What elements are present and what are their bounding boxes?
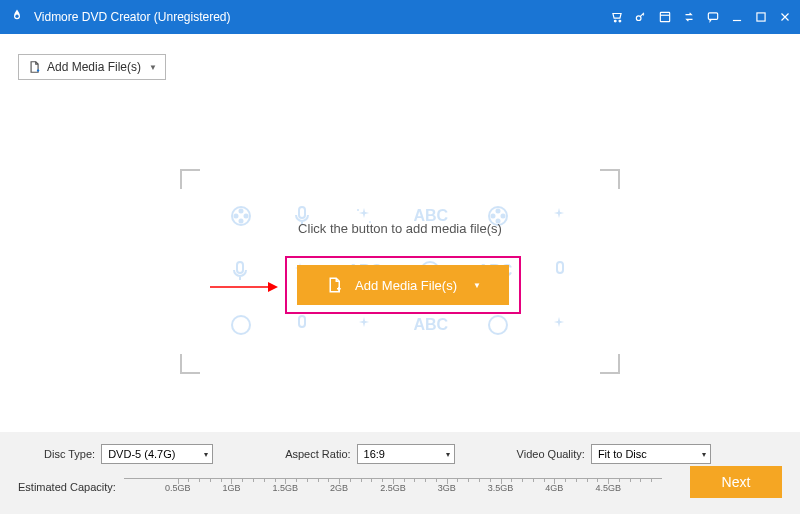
document-plus-icon [27, 60, 41, 74]
disc-type-label: Disc Type: [44, 448, 95, 460]
svg-rect-6 [757, 13, 765, 21]
bottom-bar: Disc Type: DVD-5 (4.7G) Aspect Ratio: 16… [0, 432, 800, 514]
capacity-row: Estimated Capacity: 0.5GB1GB1.5GB2GB2.5G… [18, 478, 782, 496]
aspect-ratio-select[interactable]: 16:9 [357, 444, 455, 464]
ruler-tick-label: 3.5GB [488, 483, 514, 493]
add-media-button-main[interactable]: Add Media File(s) ▼ [297, 265, 509, 305]
convert-icon[interactable] [682, 10, 696, 24]
app-title: Vidmore DVD Creator (Unregistered) [34, 10, 610, 24]
output-controls: Disc Type: DVD-5 (4.7G) Aspect Ratio: 16… [18, 444, 782, 464]
svg-point-17 [501, 215, 504, 218]
disc-type-select[interactable]: DVD-5 (4.7G) [101, 444, 213, 464]
svg-point-13 [357, 209, 359, 211]
aspect-ratio-label: Aspect Ratio: [285, 448, 350, 460]
corner-decoration [600, 169, 620, 189]
ruler-tick-label: 2.5GB [380, 483, 406, 493]
ruler-tick-label: 3GB [438, 483, 456, 493]
add-media-main-label: Add Media File(s) [355, 278, 457, 293]
microphone-icon [548, 259, 572, 283]
video-quality-label: Video Quality: [517, 448, 585, 460]
microphone-icon [290, 313, 314, 337]
svg-rect-5 [708, 13, 717, 19]
titlebar-actions [610, 10, 792, 24]
sparkle-icon [352, 313, 376, 337]
document-plus-icon [325, 276, 343, 294]
svg-rect-4 [660, 12, 669, 21]
video-quality-select[interactable]: Fit to Disc [591, 444, 711, 464]
svg-point-23 [232, 316, 250, 334]
menu-template-icon[interactable] [658, 10, 672, 24]
svg-point-2 [619, 20, 621, 22]
dropzone: ABC ABC ABC ABC Click the button [180, 169, 620, 374]
feedback-icon[interactable] [706, 10, 720, 24]
main-content: Add Media File(s) ▼ ABC ABC ABC [0, 34, 800, 432]
svg-rect-24 [299, 316, 305, 327]
key-icon[interactable] [634, 10, 648, 24]
ruler-tick-label: 4.5GB [595, 483, 621, 493]
ruler-tick-label: 2GB [330, 483, 348, 493]
maximize-icon[interactable] [754, 10, 768, 24]
ruler-tick-label: 0.5GB [165, 483, 191, 493]
svg-rect-20 [237, 262, 243, 273]
ruler-tick-label: 1.5GB [273, 483, 299, 493]
annotation-highlight: Add Media File(s) ▼ [285, 256, 521, 314]
svg-point-19 [491, 215, 494, 218]
corner-decoration [600, 354, 620, 374]
svg-point-16 [496, 210, 499, 213]
svg-point-9 [244, 215, 247, 218]
svg-rect-22 [557, 262, 563, 273]
svg-point-3 [636, 16, 641, 21]
dropzone-prompt: Click the button to add media file(s) [180, 221, 620, 236]
svg-point-1 [614, 20, 616, 22]
svg-rect-12 [299, 207, 305, 218]
minimize-icon[interactable] [730, 10, 744, 24]
svg-point-0 [15, 15, 18, 18]
film-reel-icon [229, 313, 253, 337]
sparkle-icon [547, 313, 571, 337]
next-button[interactable]: Next [690, 466, 782, 498]
svg-point-8 [239, 210, 242, 213]
cart-icon[interactable] [610, 10, 624, 24]
svg-marker-27 [268, 282, 278, 292]
corner-decoration [180, 169, 200, 189]
corner-decoration [180, 354, 200, 374]
annotation-arrow [210, 279, 278, 295]
abc-text: ABC [413, 316, 448, 334]
add-media-top-label: Add Media File(s) [47, 60, 141, 74]
titlebar: Vidmore DVD Creator (Unregistered) [0, 0, 800, 34]
capacity-label: Estimated Capacity: [18, 481, 116, 493]
chevron-down-icon: ▼ [473, 281, 481, 290]
capacity-ruler: 0.5GB1GB1.5GB2GB2.5GB3GB3.5GB4GB4.5GB [124, 478, 662, 496]
svg-point-25 [489, 316, 507, 334]
app-logo-icon [8, 8, 26, 26]
film-reel-icon [486, 313, 510, 337]
ruler-tick-label: 4GB [545, 483, 563, 493]
close-icon[interactable] [778, 10, 792, 24]
add-media-button-top[interactable]: Add Media File(s) ▼ [18, 54, 166, 80]
svg-point-11 [234, 215, 237, 218]
chevron-down-icon: ▼ [149, 63, 157, 72]
ruler-tick-label: 1GB [222, 483, 240, 493]
